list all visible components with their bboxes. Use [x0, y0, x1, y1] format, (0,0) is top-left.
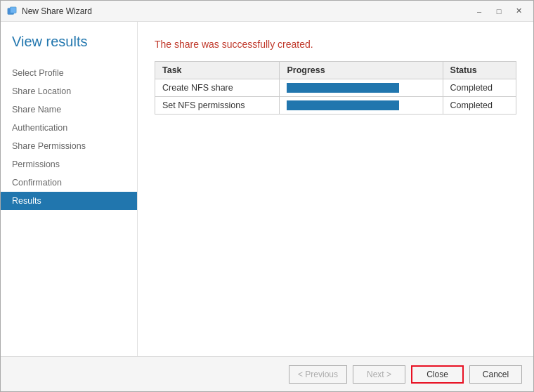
window-icon: [6, 6, 18, 17]
results-table: Task Progress Status Create NFS share C: [155, 61, 516, 115]
sidebar-item-authentication: Authentication: [1, 119, 137, 137]
success-message: The share was successfully created.: [155, 39, 516, 50]
sidebar-item-share-name: Share Name: [1, 100, 137, 119]
progress-bar-container-1: [287, 83, 399, 93]
sidebar-item-select-profile: Select Profile: [1, 64, 137, 82]
table-row: Set NFS permissions Completed: [155, 97, 516, 115]
window-controls: – □ ✕: [470, 4, 528, 18]
status-cell-2: Completed: [443, 97, 516, 115]
sidebar-item-results[interactable]: Results: [1, 192, 137, 210]
main-content: The share was successfully created. Task…: [138, 22, 533, 356]
sidebar: View results Select Profile Share Locati…: [1, 22, 138, 356]
footer: < Previous Next > Close Cancel: [1, 356, 533, 391]
sidebar-item-share-permissions: Share Permissions: [1, 137, 137, 155]
content-area: View results Select Profile Share Locati…: [1, 22, 533, 356]
sidebar-item-confirmation: Confirmation: [1, 174, 137, 192]
maximize-button[interactable]: □: [490, 4, 508, 18]
col-progress: Progress: [280, 62, 443, 79]
wizard-window: New Share Wizard – □ ✕ View results Sele…: [0, 0, 534, 392]
previous-button[interactable]: < Previous: [289, 365, 347, 384]
close-window-button[interactable]: ✕: [509, 4, 528, 18]
sidebar-item-permissions: Permissions: [1, 155, 137, 174]
col-status: Status: [443, 62, 516, 79]
sidebar-header: View results: [1, 33, 137, 64]
svg-rect-1: [10, 6, 16, 13]
window-title: New Share Wizard: [22, 6, 470, 16]
col-task: Task: [155, 62, 280, 79]
progress-bar-container-2: [287, 100, 399, 110]
minimize-button[interactable]: –: [470, 4, 488, 18]
progress-bar-fill-1: [287, 83, 399, 93]
progress-cell-2: [280, 97, 443, 115]
progress-bar-fill-2: [287, 100, 399, 110]
task-cell-1: Create NFS share: [155, 79, 280, 97]
next-button[interactable]: Next >: [353, 365, 405, 384]
close-button[interactable]: Close: [411, 365, 464, 384]
cancel-button[interactable]: Cancel: [469, 365, 522, 384]
title-bar: New Share Wizard – □ ✕: [1, 1, 533, 22]
table-row: Create NFS share Completed: [155, 79, 516, 97]
progress-cell-1: [280, 79, 443, 97]
sidebar-item-share-location: Share Location: [1, 82, 137, 100]
task-cell-2: Set NFS permissions: [155, 97, 280, 115]
status-cell-1: Completed: [443, 79, 516, 97]
